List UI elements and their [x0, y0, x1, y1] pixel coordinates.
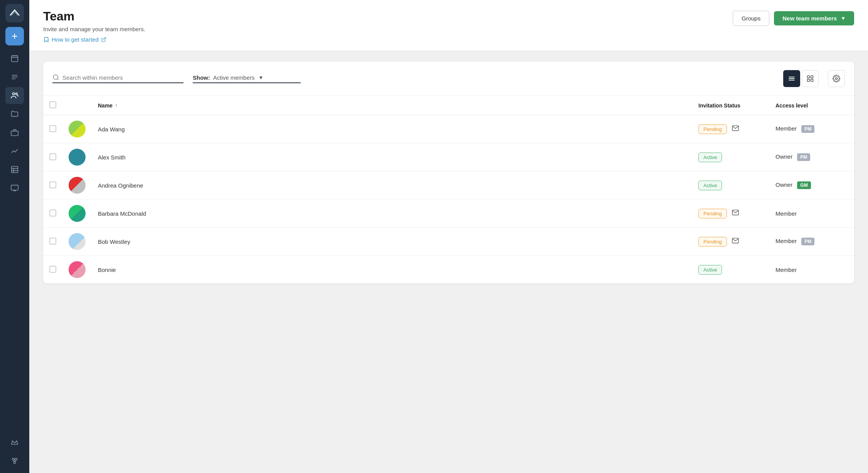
avatar	[69, 149, 86, 166]
row-checkbox-cell	[43, 228, 62, 256]
svg-rect-30	[807, 76, 810, 78]
row-access-cell: Owner GM	[769, 171, 854, 200]
list-view-button[interactable]	[783, 70, 800, 87]
row-avatar-cell	[62, 115, 92, 143]
access-level: Member	[775, 125, 797, 132]
row-checkbox[interactable]	[49, 266, 56, 273]
groups-button[interactable]: Groups	[733, 11, 769, 26]
app-logo[interactable]	[5, 4, 24, 22]
row-avatar-cell	[62, 228, 92, 256]
member-name: Bob Westley	[98, 238, 130, 245]
row-status-cell: Active	[692, 143, 769, 171]
search-input[interactable]	[62, 74, 183, 81]
team-icon	[10, 91, 19, 100]
col-name-header[interactable]: Name ↑	[92, 96, 692, 115]
sidebar-item-integrations[interactable]	[5, 452, 24, 469]
svg-line-21	[13, 460, 15, 461]
table-row: Andrea Ognibene Active Owner GM	[43, 171, 854, 200]
col-access-header: Access level	[769, 96, 854, 115]
row-checkbox[interactable]	[49, 125, 56, 132]
gear-icon	[833, 75, 840, 82]
toolbar: Show: Active members ▼	[43, 62, 854, 96]
members-tbody: Ada Wang Pending Member PM	[43, 115, 854, 284]
status-badge: Active	[698, 153, 722, 162]
members-table: Name ↑ Invitation Status Access level	[43, 96, 854, 283]
mail-icon[interactable]	[730, 126, 739, 132]
status-badge: Pending	[698, 237, 727, 247]
row-checkbox[interactable]	[49, 238, 56, 245]
sidebar-item-workspace[interactable]	[5, 179, 24, 196]
header-actions: Groups New team members ▼	[733, 11, 854, 26]
svg-point-19	[15, 458, 17, 461]
row-access-cell: Member	[769, 256, 854, 284]
header-left: Team Invite and manage your team members…	[43, 9, 145, 43]
col-avatar-header	[62, 96, 92, 115]
member-name: Alex Smith	[98, 154, 126, 161]
get-started-link[interactable]: How to get started	[43, 36, 145, 43]
svg-point-8	[13, 93, 15, 95]
sidebar-item-premium[interactable]	[5, 434, 24, 451]
sidebar-item-table[interactable]	[5, 161, 24, 178]
select-all-checkbox[interactable]	[49, 101, 56, 108]
sidebar-item-portfolio[interactable]	[5, 124, 24, 141]
add-button[interactable]: +	[5, 27, 24, 45]
row-checkbox-cell	[43, 256, 62, 284]
search-icon	[52, 74, 59, 81]
status-badge: Active	[698, 181, 722, 190]
row-avatar-cell	[62, 171, 92, 200]
grid-view-icon	[806, 75, 814, 82]
row-checkbox[interactable]	[49, 181, 56, 188]
new-members-label: New team members	[782, 15, 837, 22]
mail-icon[interactable]	[730, 238, 739, 245]
status-badge: Pending	[698, 124, 727, 134]
sidebar-item-tasks[interactable]	[5, 69, 24, 86]
table-header-row: Name ↑ Invitation Status Access level	[43, 96, 854, 115]
name-sort-button[interactable]: Name ↑	[98, 102, 686, 109]
mail-icon[interactable]	[730, 210, 739, 216]
grid-view-button[interactable]	[802, 70, 819, 87]
integrations-icon	[10, 456, 19, 465]
access-tag: GM	[797, 181, 811, 189]
chevron-down-icon: ▼	[841, 15, 846, 21]
settings-button[interactable]	[828, 70, 845, 87]
avatar	[69, 121, 86, 138]
name-col-label: Name	[98, 102, 113, 109]
row-avatar-cell	[62, 256, 92, 284]
analytics-icon	[10, 147, 19, 155]
access-level: Owner	[775, 181, 792, 188]
access-level: Member	[775, 210, 797, 217]
svg-rect-32	[807, 79, 810, 82]
sort-ascending-icon: ↑	[115, 102, 118, 108]
bookmark-icon	[43, 37, 49, 43]
row-checkbox-cell	[43, 143, 62, 171]
table-row: Barbara McDonald Pending Member	[43, 200, 854, 228]
workspace-icon	[10, 184, 19, 192]
svg-rect-11	[12, 166, 18, 173]
briefcase-icon	[10, 128, 19, 137]
sidebar-item-analytics[interactable]	[5, 143, 24, 159]
access-tag: PM	[797, 153, 810, 161]
show-label: Show:	[193, 74, 210, 81]
view-toggle	[783, 70, 819, 87]
list-view-icon	[788, 75, 796, 82]
dropdown-arrow-icon: ▼	[259, 75, 301, 81]
row-name-cell: Bob Westley	[92, 228, 692, 256]
access-level: Member	[775, 238, 797, 244]
svg-rect-1	[12, 56, 18, 62]
sidebar-item-team[interactable]	[5, 87, 24, 104]
row-status-cell: Active	[692, 256, 769, 284]
svg-point-18	[12, 458, 14, 461]
table-row: Alex Smith Active Owner PM	[43, 143, 854, 171]
row-access-cell: Owner PM	[769, 143, 854, 171]
sidebar-item-files[interactable]	[5, 106, 24, 122]
sidebar: +	[0, 0, 29, 473]
page-header: Team Invite and manage your team members…	[29, 0, 868, 51]
svg-point-0	[8, 6, 22, 20]
row-checkbox[interactable]	[49, 153, 56, 160]
row-checkbox[interactable]	[49, 210, 56, 216]
new-members-button[interactable]: New team members ▼	[774, 11, 854, 25]
show-filter[interactable]: Show: Active members ▼	[193, 74, 301, 83]
sidebar-item-calendar[interactable]	[5, 50, 24, 67]
col-select-all	[43, 96, 62, 115]
row-status-cell: Pending	[692, 200, 769, 228]
